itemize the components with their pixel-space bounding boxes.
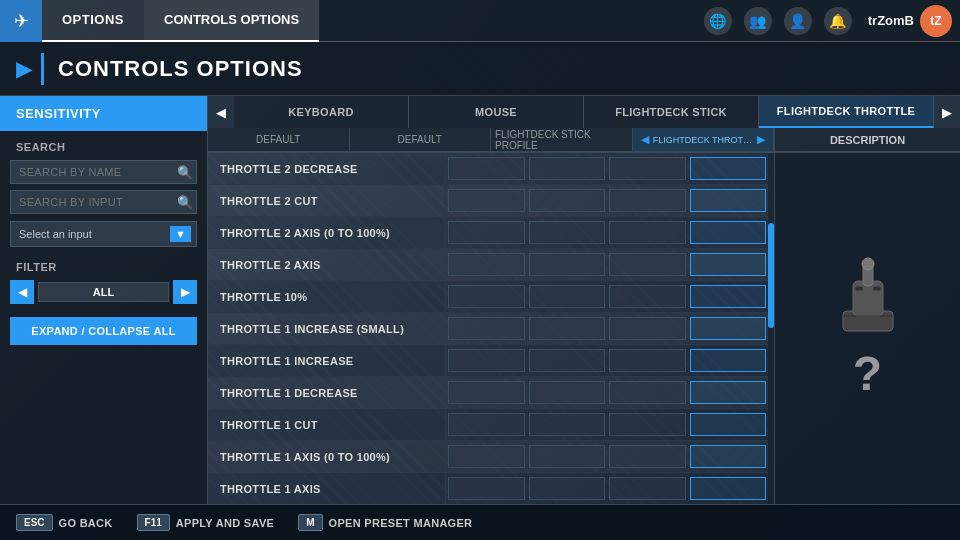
globe-icon[interactable]: 🌐	[704, 7, 732, 35]
row-cell[interactable]	[529, 413, 606, 436]
row-label: THROTTLE 1 AXIS (0 TO 100%)	[208, 441, 446, 472]
row-cell[interactable]	[690, 477, 767, 500]
row-cell[interactable]	[690, 445, 767, 468]
search-by-input-input[interactable]	[10, 190, 197, 214]
tab-options[interactable]: OPTIONS	[42, 0, 144, 42]
bottom-bar: ESC GO BACK F11 APPLY AND SAVE M OPEN PR…	[0, 504, 960, 540]
search-by-name-icon[interactable]: 🔍	[177, 165, 193, 180]
table-row[interactable]: THROTTLE 2 DECREASE	[208, 153, 768, 185]
row-cell[interactable]	[448, 349, 525, 372]
row-cell[interactable]	[529, 445, 606, 468]
profile-icon[interactable]: 👤	[784, 7, 812, 35]
tab-nav-left[interactable]: ◀	[208, 96, 234, 128]
table-row[interactable]: THROTTLE 2 AXIS (0 TO 100%)	[208, 217, 768, 249]
table-row[interactable]: THROTTLE 1 DECREASE	[208, 377, 768, 409]
filter-value: ALL	[38, 282, 169, 302]
f11-key-badge: F11	[137, 514, 170, 531]
row-label: THROTTLE 1 AXIS	[208, 473, 446, 504]
table-row[interactable]: THROTTLE 2 AXIS	[208, 249, 768, 281]
expand-collapse-button[interactable]: EXPAND / COLLAPSE ALL	[10, 317, 197, 345]
row-cell[interactable]	[448, 285, 525, 308]
sensitivity-button[interactable]: SENSITIVITY	[0, 96, 207, 131]
table-row[interactable]: THROTTLE 1 INCREASE (SMALL)	[208, 313, 768, 345]
avatar: tZ	[920, 5, 952, 37]
row-cell[interactable]	[690, 349, 767, 372]
notification-icon[interactable]: 🔔	[824, 7, 852, 35]
row-label: THROTTLE 1 INCREASE (SMALL)	[208, 313, 446, 344]
row-cell[interactable]	[529, 157, 606, 180]
row-cell[interactable]	[529, 381, 606, 404]
table-row[interactable]: THROTTLE 1 AXIS (0 TO 100%)	[208, 441, 768, 473]
row-cell[interactable]	[690, 317, 767, 340]
row-label: THROTTLE 2 DECREASE	[208, 153, 446, 184]
table-row[interactable]: THROTTLE 1 AXIS	[208, 473, 768, 504]
profile-right-arrow: ▶	[757, 133, 765, 146]
row-cell[interactable]	[529, 189, 606, 212]
search-by-input-icon[interactable]: 🔍	[177, 195, 193, 210]
row-cell[interactable]	[609, 317, 686, 340]
row-cells	[446, 473, 768, 504]
table-row[interactable]: THROTTLE 2 CUT	[208, 185, 768, 217]
row-cell[interactable]	[609, 285, 686, 308]
row-cells	[446, 409, 768, 440]
row-cell[interactable]	[609, 157, 686, 180]
row-cell[interactable]	[690, 157, 767, 180]
tab-nav-right[interactable]: ▶	[934, 96, 960, 128]
community-icon[interactable]: 👥	[744, 7, 772, 35]
tab-flightdeck-throttle[interactable]: FLIGHTDECK THROTTLE	[759, 96, 934, 128]
row-cell[interactable]	[448, 445, 525, 468]
row-cell[interactable]	[690, 221, 767, 244]
row-cell[interactable]	[690, 285, 767, 308]
row-cell[interactable]	[448, 317, 525, 340]
row-cell[interactable]	[690, 253, 767, 276]
table-row[interactable]: THROTTLE 1 CUT	[208, 409, 768, 441]
scroll-thumb	[768, 223, 774, 328]
row-cell[interactable]	[609, 445, 686, 468]
row-cell[interactable]	[529, 253, 606, 276]
row-cell[interactable]	[448, 381, 525, 404]
row-cell[interactable]	[690, 413, 767, 436]
svg-rect-4	[855, 286, 863, 291]
search-by-name-input[interactable]	[10, 160, 197, 184]
row-cell[interactable]	[609, 413, 686, 436]
row-cell[interactable]	[529, 317, 606, 340]
row-cell[interactable]	[448, 221, 525, 244]
joystick-icon	[833, 256, 903, 336]
row-cell[interactable]	[609, 381, 686, 404]
filter-prev-button[interactable]: ◀	[10, 280, 34, 304]
row-cell[interactable]	[448, 253, 525, 276]
row-cell[interactable]	[448, 477, 525, 500]
svg-point-3	[862, 258, 874, 270]
row-cell[interactable]	[609, 253, 686, 276]
row-cell[interactable]	[448, 413, 525, 436]
row-cell[interactable]	[609, 189, 686, 212]
row-cells	[446, 153, 768, 184]
tab-flightdeck-stick[interactable]: FLIGHTDECK STICK	[584, 96, 759, 128]
row-cell[interactable]	[609, 221, 686, 244]
row-cell[interactable]	[609, 477, 686, 500]
profile-left-arrow: ◀	[641, 133, 649, 146]
row-cell[interactable]	[448, 157, 525, 180]
filter-next-button[interactable]: ▶	[173, 280, 197, 304]
tab-controls-options[interactable]: CONTROLS OPTIONS	[144, 0, 319, 42]
row-cell[interactable]	[609, 349, 686, 372]
row-cell[interactable]	[529, 477, 606, 500]
sub-header-throttle: ◀ FLIGHTDECK THROTTLE PRO... ▶	[633, 128, 775, 151]
table-row[interactable]: THROTTLE 10%	[208, 281, 768, 313]
scrollbar[interactable]	[768, 153, 774, 504]
row-cell[interactable]	[448, 189, 525, 212]
select-input-dropdown[interactable]: Select an input	[10, 221, 197, 247]
row-cell[interactable]	[529, 221, 606, 244]
tab-mouse[interactable]: MOUSE	[409, 96, 584, 128]
topbar-icons: 🌐 👥 👤 🔔	[704, 7, 868, 35]
row-cell[interactable]	[529, 349, 606, 372]
tab-keyboard[interactable]: KEYBOARD	[234, 96, 409, 128]
table-main[interactable]: THROTTLE 2 DECREASETHROTTLE 2 CUTTHROTTL…	[208, 153, 768, 504]
row-cell[interactable]	[690, 189, 767, 212]
row-cell[interactable]	[690, 381, 767, 404]
row-cell[interactable]	[529, 285, 606, 308]
select-input-wrap: Select an input ▼	[10, 221, 197, 247]
topbar-logo: ✈	[0, 0, 42, 42]
username-label: trZomB	[868, 13, 914, 28]
table-row[interactable]: THROTTLE 1 INCREASE	[208, 345, 768, 377]
